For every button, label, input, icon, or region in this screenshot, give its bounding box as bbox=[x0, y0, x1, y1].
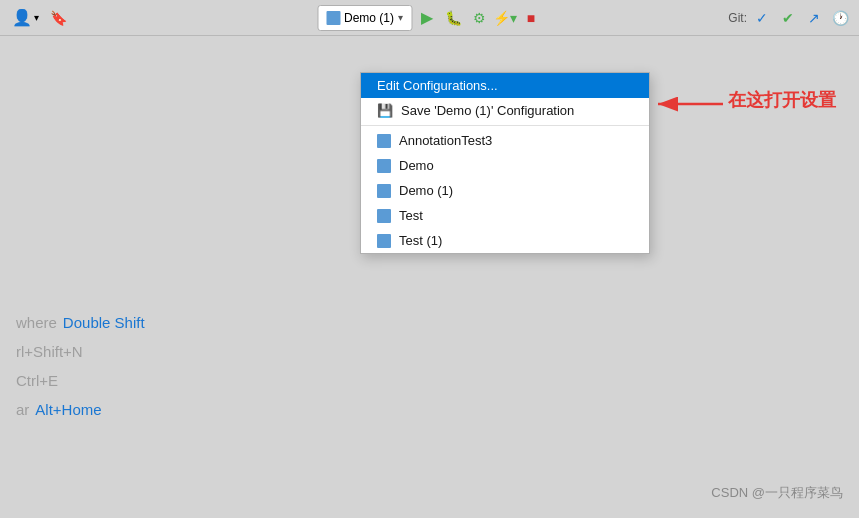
git-section: Git: ✓ ✔ ↗ 🕐 bbox=[728, 7, 851, 29]
hint-find-recent: Ctrl+E bbox=[16, 372, 145, 389]
config-type-icon bbox=[326, 11, 340, 25]
user-icon: 👤 bbox=[12, 8, 32, 27]
hint-search-shortcut: Double Shift bbox=[63, 314, 145, 331]
edit-config-label: Edit Configurations... bbox=[377, 78, 498, 93]
git-push-icon[interactable]: ↗ bbox=[803, 7, 825, 29]
menu-separator bbox=[361, 125, 649, 126]
user-dropdown-arrow: ▾ bbox=[34, 12, 39, 23]
hint-search-everywhere: where Double Shift bbox=[16, 314, 145, 331]
config-icon-demo-1 bbox=[377, 184, 391, 198]
config-icon-test bbox=[377, 209, 391, 223]
coverage-button[interactable]: ⚙ bbox=[468, 7, 490, 29]
stop-button[interactable]: ■ bbox=[520, 7, 542, 29]
annotation-test3-label: AnnotationTest3 bbox=[399, 133, 492, 148]
menu-item-edit-config[interactable]: Edit Configurations... bbox=[361, 73, 649, 98]
user-button[interactable]: 👤 ▾ bbox=[8, 6, 43, 29]
menu-item-demo-1[interactable]: Demo (1) bbox=[361, 178, 649, 203]
hint-navigate-prefix: ar bbox=[16, 401, 29, 418]
menu-item-demo[interactable]: Demo bbox=[361, 153, 649, 178]
dropdown-menu: Edit Configurations... 💾 Save 'Demo (1)'… bbox=[360, 72, 650, 254]
hint-find-new-text: rl+Shift+N bbox=[16, 343, 83, 360]
run-button[interactable]: ▶ bbox=[416, 7, 438, 29]
watermark: CSDN @一只程序菜鸟 bbox=[711, 484, 843, 502]
config-label: Demo (1) bbox=[344, 11, 394, 25]
config-icon-annotation-test3 bbox=[377, 134, 391, 148]
hint-area: where Double Shift rl+Shift+N Ctrl+E ar … bbox=[0, 294, 161, 438]
config-icon-demo bbox=[377, 159, 391, 173]
run-config-dropdown[interactable]: Demo (1) ▾ bbox=[317, 5, 412, 31]
git-update-icon[interactable]: ✓ bbox=[751, 7, 773, 29]
git-history-icon[interactable]: 🕐 bbox=[829, 7, 851, 29]
menu-item-test[interactable]: Test bbox=[361, 203, 649, 228]
profile-dropdown[interactable]: ⚡▾ bbox=[494, 7, 516, 29]
toolbar: 👤 ▾ 🔖 Demo (1) ▾ ▶ 🐛 ⚙ ⚡▾ ■ Git: ✓ ✔ ↗ 🕐 bbox=[0, 0, 859, 36]
annotation: 在这打开设置 bbox=[648, 84, 836, 124]
toolbar-center: Demo (1) ▾ ▶ 🐛 ⚙ ⚡▾ ■ bbox=[317, 5, 542, 31]
watermark-text: CSDN @一只程序菜鸟 bbox=[711, 485, 843, 500]
main-area: Edit Configurations... 💾 Save 'Demo (1)'… bbox=[0, 36, 859, 518]
test-1-label: Test (1) bbox=[399, 233, 442, 248]
git-commit-icon[interactable]: ✔ bbox=[777, 7, 799, 29]
annotation-arrow-svg bbox=[648, 84, 728, 124]
debug-button[interactable]: 🐛 bbox=[442, 7, 464, 29]
config-dropdown-arrow: ▾ bbox=[398, 12, 403, 23]
save-config-label: Save 'Demo (1)' Configuration bbox=[401, 103, 574, 118]
menu-item-annotation-test3[interactable]: AnnotationTest3 bbox=[361, 128, 649, 153]
hint-navigate-home: ar Alt+Home bbox=[16, 401, 145, 418]
hint-navigate-shortcut: Alt+Home bbox=[35, 401, 101, 418]
menu-item-test-1[interactable]: Test (1) bbox=[361, 228, 649, 253]
demo-label: Demo bbox=[399, 158, 434, 173]
test-label: Test bbox=[399, 208, 423, 223]
toolbar-right: Git: ✓ ✔ ↗ 🕐 bbox=[728, 7, 851, 29]
git-label: Git: bbox=[728, 11, 747, 25]
hint-find-recent-text: Ctrl+E bbox=[16, 372, 58, 389]
menu-item-save-config[interactable]: 💾 Save 'Demo (1)' Configuration bbox=[361, 98, 649, 123]
bookmark-icon[interactable]: 🔖 bbox=[47, 7, 69, 29]
annotation-text: 在这打开设置 bbox=[728, 88, 836, 112]
hint-find-new: rl+Shift+N bbox=[16, 343, 145, 360]
hint-search-prefix: where bbox=[16, 314, 57, 331]
config-icon-test-1 bbox=[377, 234, 391, 248]
save-icon: 💾 bbox=[377, 103, 393, 118]
demo-1-label: Demo (1) bbox=[399, 183, 453, 198]
